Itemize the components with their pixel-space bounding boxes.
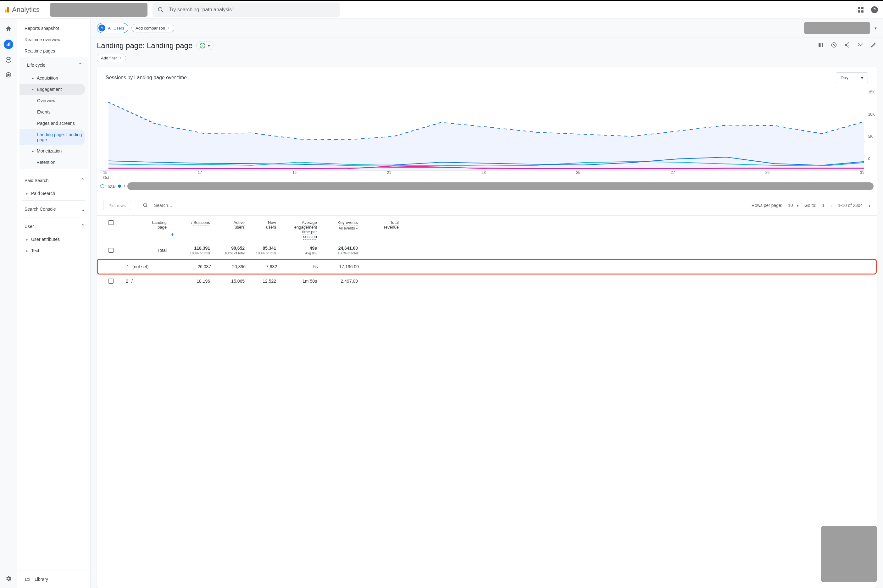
- sidebar-section-lifecycle[interactable]: Life cycle ⌃: [19, 58, 88, 72]
- account-property-selector[interactable]: [50, 3, 147, 16]
- svg-point-0: [159, 8, 162, 11]
- table-row[interactable]: 1 (not set) 26,037 20,896 7,632 5s 17,19…: [97, 259, 877, 274]
- svg-rect-9: [820, 43, 822, 47]
- svg-point-7: [7, 74, 9, 76]
- th-avg-engagement[interactable]: Averageengagementtime persession: [276, 220, 317, 239]
- row-checkbox[interactable]: [108, 248, 114, 253]
- table-totals-row: Total 118,391100% of total 90,652100% of…: [97, 241, 877, 260]
- sidebar-engagement-events[interactable]: Events: [19, 106, 88, 118]
- sidebar-tech[interactable]: ▸ Tech: [17, 245, 90, 256]
- table-controls: Plot rows Rows per page: 10 ▾ Go to: 1 ‹…: [97, 195, 877, 215]
- sidebar-realtime-pages[interactable]: Realtime pages: [17, 45, 90, 57]
- sidebar-retention[interactable]: Retention: [19, 157, 88, 168]
- insights-icon[interactable]: [831, 42, 837, 50]
- table-header-row: Landingpage + ↓ Sessions Activeusers New…: [97, 216, 877, 241]
- sidebar-realtime-overview[interactable]: Realtime overview: [17, 34, 90, 45]
- sidebar-section-user[interactable]: User ⌃: [17, 219, 90, 234]
- rows-per-page-select[interactable]: 10 ▾: [788, 203, 799, 208]
- search-icon: [157, 7, 164, 13]
- prev-page-icon[interactable]: ‹: [830, 202, 832, 209]
- caret-right-icon: ▸: [26, 192, 28, 195]
- cell-landing-page[interactable]: /: [132, 279, 169, 284]
- brand-name: Analytics: [12, 6, 40, 14]
- table-search-input[interactable]: [154, 203, 217, 208]
- legend-redacted: [127, 182, 874, 190]
- svg-rect-10: [822, 43, 823, 47]
- pagination-range: 1-10 of 2304: [838, 203, 863, 208]
- x-axis-month: Oct: [97, 176, 877, 180]
- cell-landing-page[interactable]: (not set): [132, 264, 170, 269]
- th-sessions[interactable]: ↓ Sessions: [169, 220, 210, 239]
- row-checkbox[interactable]: [108, 279, 114, 284]
- chip-add-comparison[interactable]: Add comparison +: [132, 24, 174, 32]
- sidebar: Reports snapshot Realtime overview Realt…: [17, 19, 91, 588]
- chart-title: Sessions by Landing page over time: [106, 75, 187, 81]
- comparison-bar: A All Users Add comparison + ▾: [91, 19, 883, 38]
- check-circle-icon: ✓: [200, 43, 205, 48]
- settings-icon[interactable]: [4, 574, 13, 583]
- plot-rows-button[interactable]: Plot rows: [103, 201, 131, 210]
- sidebar-engagement[interactable]: ▾ Engagement: [19, 84, 85, 95]
- apps-grid-icon[interactable]: [858, 7, 864, 13]
- goto-value[interactable]: 1: [822, 203, 825, 208]
- customize-columns-icon[interactable]: [818, 42, 824, 50]
- help-icon[interactable]: ?: [871, 6, 878, 13]
- select-all-checkbox[interactable]: [108, 220, 114, 225]
- reports-icon[interactable]: [4, 40, 13, 49]
- next-page-icon[interactable]: ›: [868, 202, 870, 209]
- svg-point-18: [143, 203, 147, 207]
- trend-icon[interactable]: [857, 42, 864, 50]
- sidebar-engagement-overview[interactable]: Overview: [19, 95, 88, 106]
- th-landing-page[interactable]: Landingpage +: [119, 220, 169, 239]
- add-filter-chip[interactable]: Add filter +: [97, 54, 126, 62]
- chip-all-users[interactable]: A All Users: [97, 23, 128, 33]
- caret-right-icon: ▸: [32, 149, 34, 153]
- chevron-down-icon: ⌃: [81, 206, 85, 213]
- svg-line-19: [146, 206, 147, 207]
- svg-line-1: [162, 11, 163, 12]
- svg-line-15: [846, 44, 848, 44]
- home-icon[interactable]: [4, 24, 13, 33]
- data-table: Landingpage + ↓ Sessions Activeusers New…: [97, 215, 877, 288]
- th-new-users[interactable]: Newusers: [244, 220, 276, 239]
- search-bar[interactable]: Try searching "path analysis": [153, 3, 340, 17]
- sidebar-library[interactable]: Library: [17, 570, 90, 588]
- th-key-events[interactable]: Key events All events ▾: [317, 220, 358, 239]
- rows-per-page-label: Rows per page:: [751, 203, 783, 208]
- title-actions: [818, 42, 877, 50]
- page-title: Landing page: Landing page: [97, 41, 192, 50]
- sidebar-engagement-landing[interactable]: Landing page: Landing page: [19, 129, 85, 145]
- legend-slash-icon: [118, 184, 121, 188]
- sidebar-paidsearch-item[interactable]: ▸ Paid Search: [17, 188, 90, 199]
- sidebar-section-paidsearch[interactable]: Paid Search ⌃: [17, 173, 90, 188]
- sidebar-acquisition[interactable]: ▸ Acquisition: [19, 72, 88, 84]
- sidebar-engagement-pages[interactable]: Pages and screens: [19, 118, 88, 129]
- header-actions: ?: [858, 6, 878, 13]
- th-active-users[interactable]: Activeusers: [210, 220, 244, 239]
- table-row[interactable]: 2 / 18,196 15,065 12,522 1m 50s 2,497.00: [97, 274, 877, 288]
- advertising-icon[interactable]: [4, 70, 13, 79]
- chevron-up-icon: ⌃: [81, 177, 85, 184]
- sidebar-section-searchconsole[interactable]: Search Console ⌃: [17, 202, 90, 216]
- edit-icon[interactable]: [870, 42, 877, 50]
- caret-right-icon: ▸: [26, 238, 28, 241]
- legend-total-icon: [100, 184, 104, 188]
- logo-area: Analytics: [5, 6, 40, 14]
- svg-rect-4: [9, 42, 10, 46]
- sidebar-reports-snapshot[interactable]: Reports snapshot: [17, 22, 90, 34]
- status-pill[interactable]: ✓ ▾: [196, 41, 213, 50]
- main-content: A All Users Add comparison + ▾ Landing p…: [91, 19, 883, 588]
- granularity-selector[interactable]: Day ▾: [836, 72, 868, 83]
- explore-icon[interactable]: [4, 56, 13, 64]
- th-total-revenue[interactable]: Totalrevenue: [358, 220, 399, 239]
- chart-legend: Total /: [97, 180, 877, 195]
- goto-label: Go to:: [804, 203, 816, 208]
- add-dimension-icon[interactable]: +: [171, 232, 174, 238]
- share-icon[interactable]: [844, 42, 850, 50]
- top-header: Analytics Try searching "path analysis" …: [0, 0, 883, 19]
- sidebar-user-attributes[interactable]: ▸ User attributes: [17, 234, 90, 245]
- audience-badge-icon: A: [99, 24, 105, 32]
- date-range-selector[interactable]: [804, 22, 870, 34]
- caret-down-icon: ▾: [32, 88, 34, 91]
- sidebar-monetization[interactable]: ▸ Monetization: [19, 145, 88, 157]
